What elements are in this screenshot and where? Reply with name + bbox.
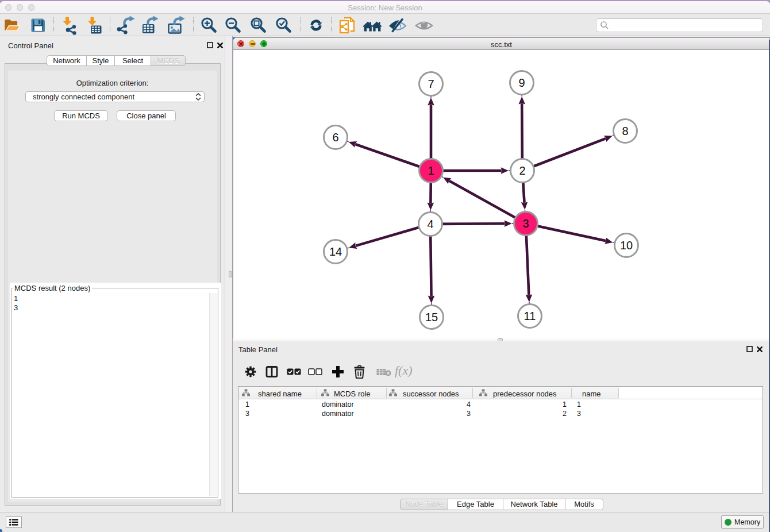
svg-text:2: 2 — [519, 164, 525, 177]
svg-text:1: 1 — [428, 164, 434, 177]
svg-text:3: 3 — [522, 217, 529, 230]
svg-text:6: 6 — [332, 131, 338, 144]
svg-text:4: 4 — [427, 218, 433, 230]
svg-text:11: 11 — [524, 310, 536, 322]
svg-text:8: 8 — [622, 125, 628, 137]
svg-text:9: 9 — [518, 76, 525, 89]
svg-text:10: 10 — [620, 239, 633, 252]
svg-text:15: 15 — [425, 311, 438, 323]
svg-text:14: 14 — [329, 245, 342, 258]
svg-text:7: 7 — [428, 78, 434, 90]
